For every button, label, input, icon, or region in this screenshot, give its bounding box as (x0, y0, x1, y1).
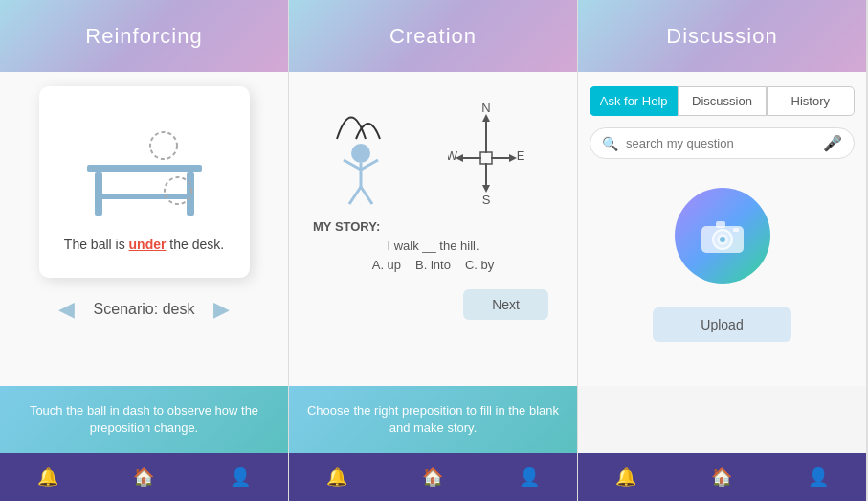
stickman-svg (332, 91, 389, 206)
compass-area: N S W E (448, 101, 534, 210)
svg-rect-3 (95, 194, 194, 199)
creation-instruction: Choose the right preposition to fill in … (289, 386, 577, 453)
discussion-content: Ask for Help Discussion History 🔍 🎤 (578, 72, 866, 386)
bell-icon-2[interactable]: 🔔 (326, 467, 347, 488)
story-sentence: I walk __ the hill. (313, 239, 553, 253)
creation-header: Creation (289, 0, 577, 72)
desk-scene-svg (68, 112, 221, 237)
camera-icon (699, 216, 746, 255)
tab-history[interactable]: History (767, 86, 855, 116)
scenario-card[interactable]: The ball is under the desk. (39, 86, 250, 278)
person-icon-2[interactable]: 👤 (519, 467, 540, 488)
svg-text:S: S (481, 193, 490, 206)
story-section: MY STORY: I walk __ the hill. A. up B. i… (303, 219, 563, 272)
discussion-nav: 🔔 🏠 👤 (578, 453, 866, 501)
home-icon-3[interactable]: 🏠 (711, 467, 732, 488)
svg-point-6 (351, 144, 370, 163)
svg-rect-29 (716, 221, 725, 228)
stickman-area (332, 91, 389, 210)
tab-ask-for-help[interactable]: Ask for Help (590, 86, 678, 116)
svg-rect-24 (480, 152, 492, 164)
svg-rect-30 (733, 228, 739, 232)
bell-icon[interactable]: 🔔 (37, 467, 58, 488)
tab-row: Ask for Help Discussion History (590, 86, 855, 116)
option-a[interactable]: A. up (372, 258, 401, 272)
svg-line-10 (349, 187, 361, 204)
reinforcing-title: Reinforcing (85, 24, 202, 49)
scenario-nav: ◀ Scenario: desk ▶ (58, 297, 231, 322)
microphone-icon[interactable]: 🎤 (823, 134, 842, 152)
svg-marker-19 (482, 185, 490, 193)
person-icon-3[interactable]: 👤 (808, 467, 829, 488)
reinforcing-panel: Reinforcing The ball is under the desk. (0, 0, 289, 501)
sentence-suffix: the desk. (166, 237, 224, 252)
option-b[interactable]: B. into (415, 258, 451, 272)
sentence-keyword: under (129, 237, 167, 252)
home-icon[interactable]: 🏠 (133, 467, 154, 488)
search-bar: 🔍 🎤 (590, 127, 855, 159)
svg-text:E: E (516, 148, 524, 163)
compass-svg: N S W E (448, 101, 534, 206)
next-button[interactable]: Next (463, 289, 548, 320)
creation-content: N S W E (289, 72, 577, 386)
tab-discussion[interactable]: Discussion (678, 86, 766, 116)
creation-panel: Creation (289, 0, 578, 501)
creation-nav: 🔔 🏠 👤 (289, 453, 577, 501)
person-icon[interactable]: 👤 (230, 467, 251, 488)
reinforcing-content: The ball is under the desk. ◀ Scenario: … (0, 72, 288, 386)
discussion-panel: Discussion Ask for Help Discussion Histo… (578, 0, 867, 501)
camera-circle[interactable] (675, 188, 770, 284)
bell-icon-3[interactable]: 🔔 (615, 467, 636, 488)
reinforcing-instruction: Touch the ball in dash to observe how th… (0, 386, 288, 453)
sentence-prefix: The ball is (64, 237, 129, 252)
discussion-footer-spacer (578, 386, 866, 453)
svg-marker-17 (482, 114, 490, 122)
sentence: The ball is under the desk. (64, 237, 224, 252)
prev-arrow[interactable]: ◀ (58, 297, 75, 322)
discussion-title: Discussion (666, 24, 777, 49)
discussion-header: Discussion (578, 0, 866, 72)
search-icon: 🔍 (602, 136, 618, 151)
option-c[interactable]: C. by (465, 258, 494, 272)
next-arrow[interactable]: ▶ (213, 297, 230, 322)
svg-line-11 (361, 187, 372, 204)
story-label: MY STORY: (313, 219, 553, 234)
svg-text:N: N (481, 101, 490, 115)
creation-title: Creation (389, 24, 477, 49)
svg-point-4 (150, 132, 177, 159)
svg-text:W: W (448, 148, 458, 163)
search-input[interactable] (626, 136, 815, 150)
reinforcing-header: Reinforcing (0, 0, 288, 72)
svg-rect-0 (87, 165, 202, 172)
story-options: A. up B. into C. by (313, 258, 553, 272)
svg-point-28 (720, 237, 725, 242)
upload-button[interactable]: Upload (653, 307, 790, 342)
reinforcing-nav: 🔔 🏠 👤 (0, 453, 288, 501)
home-icon-2[interactable]: 🏠 (422, 467, 443, 488)
scenario-label-text: Scenario: desk (94, 301, 195, 318)
